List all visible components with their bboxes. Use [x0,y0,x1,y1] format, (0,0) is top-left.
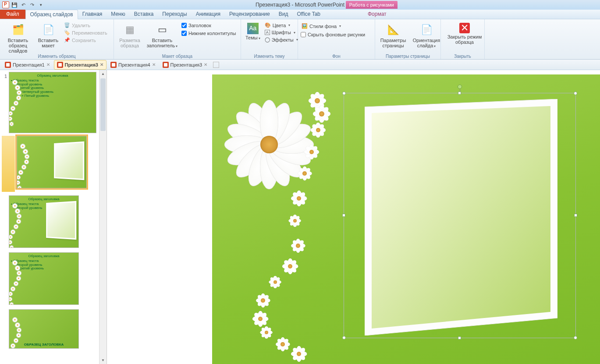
tab-animation[interactable]: Анимация [192,9,225,19]
layout-thumbnail[interactable]: ОБРАЗЕЦ ЗАГОЛОВКА [9,309,79,349]
doc-tab[interactable]: Презентация4✕ [107,60,159,70]
bg-styles-button[interactable]: 🖼️Стили фона [301,23,365,29]
resize-handle[interactable] [342,214,345,217]
tab-file[interactable]: Файл [0,9,25,19]
effects-icon: ◯ [265,37,270,42]
doc-tab[interactable]: Презентация3✕ [54,60,107,70]
label: Презентация3 [65,62,98,67]
close-tab-icon[interactable]: ✕ [204,62,207,67]
label: Образец заголовка [11,74,94,78]
preserve-icon: 📌 [64,37,70,43]
insert-layout-icon: 📄 [41,23,55,37]
tab-view[interactable]: Вид [274,9,293,19]
tab-insert[interactable]: Вставка [130,9,158,19]
scrollbar-thumb[interactable] [100,78,106,131]
close-tab-icon[interactable]: ✕ [46,62,50,67]
close-master-view-button[interactable]: ✕ Закрыть режим образца [444,22,486,46]
hide-bg-graphics-checkbox[interactable]: Скрыть фоновые рисунки [301,32,365,37]
master-thumbnail[interactable]: Образец заголовка • Образец текста – Вто… [9,72,96,133]
insert-slide-master-button[interactable]: 🗂️ Вставить образец слайдов [3,22,33,54]
undo-icon[interactable]: ↶ [19,1,27,9]
slide-editor[interactable]: 13.03.2016 Верхний колонтитул ‹#› [107,70,600,364]
themes-button[interactable]: Aa Темы [244,22,262,42]
label: Удалить [72,23,90,28]
tab-home[interactable]: Главная [78,9,107,19]
ribbon: 🗂️ Вставить образец слайдов 📄 Вставить м… [0,19,600,60]
resize-handle[interactable] [342,336,346,339]
label: Шрифты [272,30,291,35]
group-label: Параметры страницы [375,54,440,59]
tab-office-tab[interactable]: Office Tab [292,9,325,19]
powerpoint-icon [110,62,117,68]
resize-handle[interactable] [574,336,577,339]
ribbon-tab-strip: Файл Образец слайдов Главная Меню Вставк… [0,10,600,19]
page-setup-button[interactable]: 📐 Параметры страницы [378,22,408,49]
ribbon-group-master-layout: ▦ Разметка образца ▭ Вставить заполнител… [114,19,241,59]
layout-thumbnail-selected[interactable] [17,136,87,188]
effects-button[interactable]: ◯Эффекты [264,36,299,43]
scroll-up-icon[interactable]: ▲ [99,70,107,78]
group-label: Изменить тему [241,54,298,59]
doc-tab[interactable]: Презентация3✕ [160,60,211,70]
master-layout-button: ▦ Разметка образца [117,22,143,49]
title-checkbox[interactable]: Заголовок [181,23,236,28]
picture-frame[interactable] [365,99,557,336]
rotate-handle[interactable] [458,85,462,89]
label: Переименовать [72,30,107,35]
ribbon-group-edit-master: 🗂️ Вставить образец слайдов 📄 Вставить м… [0,19,114,59]
powerpoint-icon [57,62,63,68]
contextual-tab-title: Работа с рисунками [346,1,398,9]
group-label: Закрыть [441,54,484,59]
rename-button[interactable]: 🏷️Переименовать [63,29,108,36]
preserve-button[interactable]: 📌Сохранить [63,37,108,43]
save-icon[interactable]: 💾 [11,1,18,9]
tab-slide-master[interactable]: Образец слайдов [25,10,78,19]
scroll-down-icon[interactable]: ▼ [99,357,107,364]
layout-thumbnail[interactable]: Образец заголовка• Образец текста– Второ… [9,195,79,248]
colors-button[interactable]: 🎨Цвета [264,22,299,28]
resize-handle[interactable] [342,92,346,95]
svg-marker-1 [372,106,550,329]
tab-transitions[interactable]: Переходы [158,9,191,19]
thumbnail-pane[interactable]: 1 Образец заголовка • Образец текста – В… [0,70,107,364]
label: Закрыть режим образца [445,34,484,45]
label: Темы [245,35,260,41]
thumb-row-layout[interactable] [1,136,99,193]
resize-handle[interactable] [574,214,577,217]
redo-icon[interactable]: ↷ [28,1,36,9]
doc-tab[interactable]: Презентация1✕ [2,60,53,70]
delete-button[interactable]: 🗑️Удалить [63,22,108,28]
slide-canvas[interactable]: 13.03.2016 Верхний колонтитул ‹#› [212,74,600,364]
thumbnail-scrollbar[interactable]: ▲ ▼ [99,70,107,364]
slide-orientation-icon: 📄 [419,23,433,37]
tab-format[interactable]: Формат [363,9,391,19]
insert-placeholder-button[interactable]: ▭ Вставить заполнитель [145,22,180,49]
resize-handle[interactable] [458,92,461,95]
title-bar: 💾 ↶ ↷ ▾ Презентация3 - Microsoft PowerPo… [0,0,600,10]
thumb-row-master[interactable]: 1 Образец заголовка • Образец текста – В… [1,72,99,133]
group-label: Макет образца [114,54,241,59]
themes-icon: Aa [247,23,259,34]
fonts-button[interactable]: AШрифты [264,29,299,35]
resize-handle[interactable] [458,336,461,339]
label: Сохранить [72,38,96,43]
quick-access-toolbar: 💾 ↶ ↷ ▾ [0,1,46,9]
app-icon[interactable] [2,1,10,9]
close-tab-icon[interactable]: ✕ [100,62,103,67]
new-doc-icon [213,62,219,68]
footers-checkbox[interactable]: Нижние колонтитулы [181,31,236,36]
layout-thumbnail[interactable]: Образец заголовка• Образец текста– Второ… [9,252,79,305]
qat-customize-icon[interactable]: ▾ [37,1,45,9]
window-title: Презентация3 - Microsoft PowerPoint [256,2,344,8]
slide-orientation-button[interactable]: 📄 Ориентация слайда [410,22,443,49]
insert-layout-button[interactable]: 📄 Вставить макет [35,22,61,49]
close-tab-icon[interactable]: ✕ [152,62,156,67]
tab-menu[interactable]: Меню [107,9,129,19]
page-setup-icon: 📐 [386,23,400,37]
resize-handle[interactable] [574,92,577,95]
tab-review[interactable]: Рецензирование [225,9,274,19]
document-tab-strip: Презентация1✕ Презентация3✕ Презентация4… [0,60,600,70]
slide-number: 1 [1,72,7,133]
label: Презентация1 [13,62,45,67]
new-doc-tab[interactable] [211,60,221,70]
